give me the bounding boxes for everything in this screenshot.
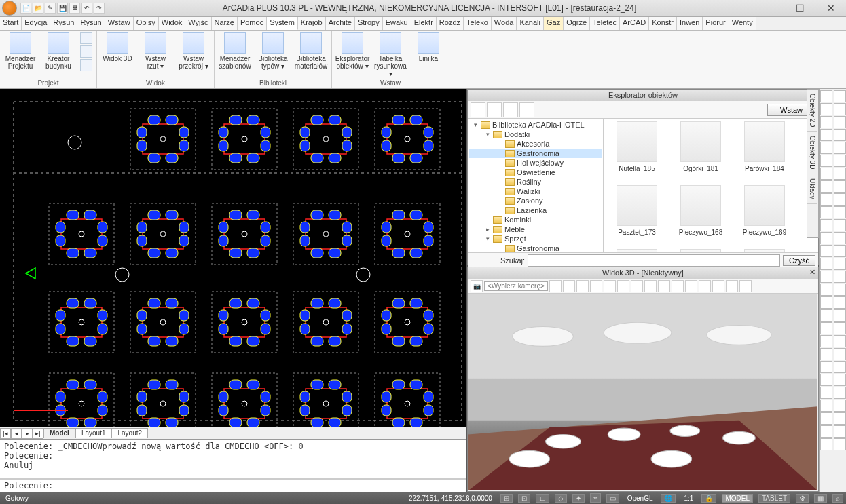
side-tool-button[interactable] [834,296,846,309]
ribbon-tab-start[interactable]: Start [0,17,22,30]
view3d-btn-5[interactable] [604,280,616,292]
ribbon-tab-elektr[interactable]: Elektr [411,17,437,30]
view3d-viewport[interactable] [468,294,817,490]
close-button[interactable]: ✕ [815,0,846,17]
tree-node[interactable]: ▾Sprzęt [469,234,602,244]
view3d-btn-1[interactable] [549,280,562,292]
status-snap-5[interactable]: ✦ [572,494,585,503]
side-tool-button[interactable] [834,206,846,218]
view3d-camera-icon[interactable]: 📷 [471,280,483,292]
command-input[interactable]: Polecenie: [0,479,466,492]
app-logo-icon[interactable] [2,1,17,16]
view3d-btn-9[interactable] [658,280,670,292]
explorer-tool-3-icon[interactable] [503,102,518,117]
drawing-canvas-2d[interactable] [0,89,466,427]
side-tool-button[interactable] [834,155,846,167]
status-globe-icon[interactable]: 🌐 [661,494,676,503]
ribbon-tab-woda[interactable]: Woda [492,17,517,30]
side-tool-button[interactable] [820,90,832,102]
ribbon-tab-inwen[interactable]: Inwen [677,17,703,30]
side-tool-button[interactable] [820,142,832,154]
side-tool-button[interactable] [834,374,846,386]
side-tool-button[interactable] [820,400,832,412]
qat-redo-icon[interactable]: ↷ [94,3,105,14]
layout-tab-layout1[interactable]: Layout1 [75,428,112,438]
docked-tab[interactable]: Układy [807,174,817,204]
minimize-button[interactable]: — [754,0,785,17]
docked-tab[interactable]: Obiekty 3D [807,132,817,174]
side-tool-button[interactable] [820,219,832,231]
ribbon-tab-archite[interactable]: Archite [326,17,355,30]
side-tool-button[interactable] [820,335,832,347]
tree-node[interactable]: Oświetlenie [469,168,602,177]
side-tool-button[interactable] [834,232,846,244]
view3d-btn-11[interactable] [685,280,697,292]
search-clear-button[interactable]: Czyść [783,255,815,266]
side-tool-button[interactable] [834,400,846,412]
view3d-btn-6[interactable] [617,280,629,292]
side-tool-button[interactable] [820,129,832,141]
thumbnail-item[interactable]: Pieczywo_170 [606,249,667,252]
ribbon-tab-widok[interactable]: Widok [159,17,186,30]
side-tool-button[interactable] [834,180,846,193]
view3d-btn-14[interactable] [726,280,738,292]
side-tool-button[interactable] [834,335,846,347]
side-tool-button[interactable] [820,361,832,373]
explorer-tool-1-icon[interactable] [471,102,485,117]
tree-node[interactable]: Akcesoria [469,139,602,149]
status-extra-2[interactable]: ⌕ [832,494,843,503]
side-tool-button[interactable] [820,348,832,360]
thumbnail-item[interactable]: Nutella_185 [606,121,667,182]
ribbon-tab-wyjśc[interactable]: Wyjśc [185,17,211,30]
explorer-header[interactable]: Eksplorator obiektów ✕ [468,90,818,101]
ribbon-tab-gaz[interactable]: Gaz [544,17,564,30]
ribbon-tab-kanali[interactable]: Kanali [517,17,544,30]
ribbon-tab-wstaw[interactable]: Wstaw [105,17,134,30]
ribbon-button[interactable]: Tabelka rysunkowa ▾ [374,32,407,77]
ribbon-tab-narzę[interactable]: Narzę [212,17,238,30]
view3d-btn-2[interactable] [563,280,575,292]
status-gear-icon[interactable]: ⚙ [796,494,809,503]
ribbon-small-button[interactable] [80,45,92,58]
ribbon-tab-arcad[interactable]: ArCAD [620,17,649,30]
side-tool-button[interactable] [834,438,846,450]
side-tool-button[interactable] [820,438,832,450]
thumbnail-item[interactable]: Ogórki_181 [670,121,731,182]
side-tool-button[interactable] [834,90,846,102]
ribbon-button[interactable]: Widok 3D [101,32,134,62]
search-tool-2-icon[interactable] [485,254,498,267]
side-tool-button[interactable] [834,245,846,257]
tree-node[interactable]: Gastronomia [469,149,602,158]
thumbnail-item[interactable]: Parówki_184 [734,121,795,182]
side-tool-button[interactable] [834,142,846,154]
layout-last-icon[interactable]: ▸| [33,428,43,439]
tree-node[interactable]: ▾Bilblioteka ArCADia-HOTEL [469,120,602,130]
view3d-btn-10[interactable] [672,280,684,292]
search-input[interactable] [528,254,780,267]
side-tool-button[interactable] [834,129,846,141]
side-tool-button[interactable] [820,258,832,270]
side-tool-button[interactable] [820,168,832,180]
side-tool-button[interactable] [820,116,832,128]
side-tool-button[interactable] [820,232,832,244]
view3d-btn-7[interactable] [631,280,643,292]
tree-node[interactable]: ▸Meble [469,225,602,234]
side-tool-button[interactable] [834,412,846,425]
qat-new-icon[interactable]: 📄 [20,3,31,14]
side-tool-button[interactable] [820,322,832,334]
view3d-btn-12[interactable] [699,280,711,292]
ribbon-small-button[interactable] [80,32,92,44]
status-tablet-button[interactable]: TABLET [758,494,790,503]
explorer-tool-4-icon[interactable] [519,102,534,117]
ribbon-button[interactable]: Eksplorator obiektów ▾ [336,32,369,70]
ribbon-tab-wenty[interactable]: Wenty [729,17,756,30]
ribbon-button[interactable]: Menadżer szablonów [219,32,251,70]
qat-print-icon[interactable]: 🖶 [69,3,80,14]
ribbon-tab-ogrze[interactable]: Ogrze [564,17,590,30]
tree-node[interactable]: Hol wejściowy [469,158,602,168]
tree-node[interactable]: Gastronomia [469,244,602,252]
ribbon-tab-edycja[interactable]: Edycja [22,17,50,30]
ribbon-button[interactable]: Biblioteka typów ▾ [257,32,289,70]
qat-undo-icon[interactable]: ↶ [81,3,92,14]
ribbon-tab-ewaku[interactable]: Ewaku [383,17,411,30]
